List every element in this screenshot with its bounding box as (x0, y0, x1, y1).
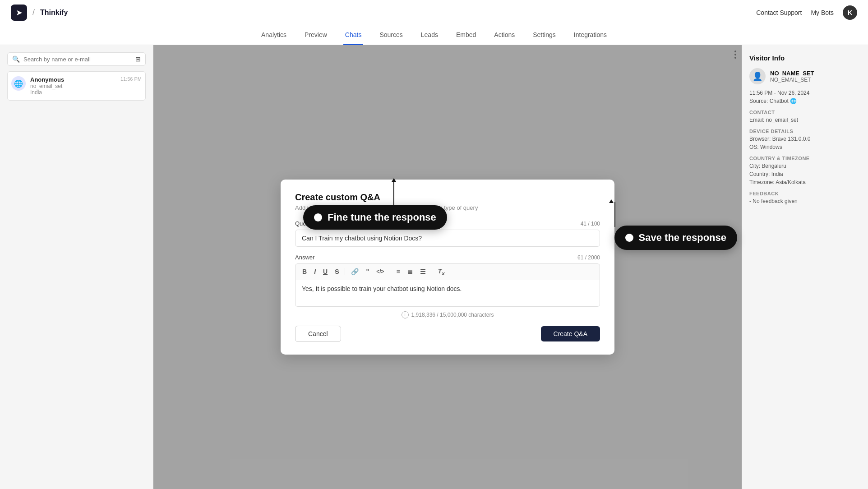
top-nav: ➤ / Thinkify Contact Support My Bots K (0, 0, 868, 25)
center-area: Create custom Q&A Add your Q&As to train… (153, 45, 742, 489)
fine-tune-tooltip: Fine tune the response (303, 205, 447, 230)
main-content: 🔍 ⊞ 🌐 Anonymous no_email_set India 11:56… (0, 45, 868, 489)
logo-slash: / (32, 8, 35, 17)
visitor-timestamp: 11:56 PM - Nov 26, 2024 (749, 90, 861, 96)
location-section-label: COUNTRY & TIMEZONE (749, 156, 861, 161)
italic-button[interactable]: I (312, 267, 318, 276)
chat-time: 11:56 PM (120, 76, 142, 82)
chat-email: no_email_set (30, 83, 116, 89)
chat-list-item[interactable]: 🌐 Anonymous no_email_set India 11:56 PM (7, 71, 146, 101)
logo-area: ➤ / Thinkify (11, 5, 68, 21)
timezone-info: Timezone: Asia/Kolkata (749, 179, 861, 185)
cancel-button[interactable]: Cancel (295, 326, 341, 342)
blockquote-button[interactable]: " (364, 267, 371, 276)
tab-integrations[interactable]: Integrations (572, 25, 609, 45)
tab-preview[interactable]: Preview (303, 25, 329, 45)
chat-avatar: 🌐 (11, 76, 26, 91)
chat-info: Anonymous no_email_set India (30, 76, 116, 96)
char-limit-text: 1,918,336 / 15,000,000 characters (411, 312, 494, 318)
tab-embed[interactable]: Embed (454, 25, 478, 45)
ordered-list-button[interactable]: ≣ (405, 267, 415, 276)
answer-label: Answer (295, 254, 314, 261)
tooltip1-dot (314, 213, 322, 221)
answer-char-count: 61 / 2000 (577, 254, 600, 261)
tooltip1-arrowhead (392, 178, 396, 182)
search-input[interactable] (23, 56, 132, 63)
tab-sources[interactable]: Sources (378, 25, 404, 45)
visitor-info-title: Visitor Info (749, 54, 861, 62)
toolbar-divider-1 (345, 268, 345, 275)
question-char-count: 41 / 100 (581, 221, 600, 227)
link-button[interactable]: 🔗 (349, 267, 361, 276)
tooltip2-arrow (614, 202, 615, 227)
sub-nav: Analytics Preview Chats Sources Leads Em… (0, 25, 868, 45)
tooltip1-arrow (393, 180, 394, 208)
chat-name: Anonymous (30, 76, 116, 83)
toolbar-divider-3 (432, 268, 432, 275)
city-info: City: Bengaluru (749, 163, 861, 169)
create-qa-button[interactable]: Create Q&A (541, 326, 600, 341)
sidebar-left: 🔍 ⊞ 🌐 Anonymous no_email_set India 11:56… (0, 45, 153, 489)
bold-button[interactable]: B (300, 267, 309, 276)
editor-body[interactable]: Yes, It is possible to train your chatbo… (295, 280, 600, 307)
tab-leads[interactable]: Leads (419, 25, 440, 45)
user-avatar[interactable]: K (843, 5, 857, 20)
feedback-value: - No feedback given (749, 198, 861, 204)
align-button[interactable]: ≡ (394, 267, 402, 276)
tooltip2-arrowhead (609, 199, 614, 203)
tab-settings[interactable]: Settings (531, 25, 558, 45)
device-section-label: DEVICE DETAILS (749, 129, 861, 134)
country-info: Country: India (749, 171, 861, 177)
question-input[interactable] (295, 230, 600, 247)
tab-chats[interactable]: Chats (343, 25, 364, 45)
info-icon: i (402, 311, 409, 318)
answer-label-row: Answer 61 / 2000 (295, 254, 600, 261)
logo-icon: ➤ (11, 5, 27, 21)
editor-toolbar: B I U S 🔗 " </> ≡ ≣ ☰ Tx (295, 263, 600, 280)
save-response-tooltip: Save the response (614, 226, 737, 250)
tooltip1-text: Fine tune the response (328, 212, 436, 223)
browser-info: Browser: Brave 131.0.0.0 (749, 136, 861, 142)
code-button[interactable]: </> (374, 268, 386, 276)
tab-actions[interactable]: Actions (492, 25, 517, 45)
visitor-avatar-row: 👤 NO_NAME_SET NO_EMAIL_SET (749, 68, 861, 84)
tab-analytics[interactable]: Analytics (259, 25, 288, 45)
search-bar: 🔍 ⊞ (7, 52, 146, 66)
char-limit-row: i 1,918,336 / 15,000,000 characters (295, 311, 600, 318)
unordered-list-button[interactable]: ☰ (418, 267, 428, 276)
app-title: Thinkify (40, 9, 68, 17)
tooltip2-dot (625, 234, 633, 242)
right-panel: Visitor Info 👤 NO_NAME_SET NO_EMAIL_SET … (742, 45, 868, 489)
contact-support-link[interactable]: Contact Support (756, 9, 802, 16)
visitor-email-label: NO_EMAIL_SET (770, 77, 814, 83)
visitor-avatar-icon: 👤 (749, 68, 766, 84)
nav-right: Contact Support My Bots K (756, 5, 857, 20)
search-icon: 🔍 (12, 55, 20, 63)
os-info: OS: Windows (749, 144, 861, 150)
underline-button[interactable]: U (321, 267, 330, 276)
chat-location: India (30, 89, 116, 96)
filter-icon[interactable]: ⊞ (135, 55, 141, 63)
clear-format-button[interactable]: Tx (436, 267, 447, 277)
my-bots-link[interactable]: My Bots (811, 9, 834, 16)
visitor-name: NO_NAME_SET (770, 70, 814, 77)
contact-section-label: CONTACT (749, 110, 861, 115)
visitor-source: Source: Chatbot 🌐 (749, 98, 861, 104)
modal-actions: Cancel Create Q&A (295, 326, 600, 342)
feedback-section-label: FEEDBACK (749, 191, 861, 196)
toolbar-divider-2 (390, 268, 390, 275)
contact-email: Email: no_email_set (749, 117, 861, 123)
strikethrough-button[interactable]: S (332, 267, 341, 276)
modal-overlay: Create custom Q&A Add your Q&As to train… (153, 45, 742, 489)
tooltip2-text: Save the response (639, 232, 726, 244)
modal-title: Create custom Q&A (295, 192, 600, 203)
